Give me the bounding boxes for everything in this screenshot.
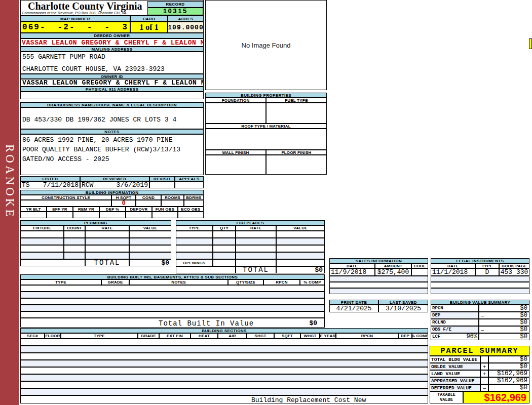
fun-obs-label: FUN OBS xyxy=(152,207,178,212)
owner-id-value[interactable]: VASSAR LEALON GREGORY & CHERYL F & LEALO… xyxy=(20,79,204,87)
building-sections-row[interactable] xyxy=(20,339,428,346)
bs-sqft-label: SQFT xyxy=(274,333,300,339)
wall-floor-header-row: WALL FINISH FLOOR FINISH xyxy=(205,150,327,155)
fireplaces-row[interactable] xyxy=(176,245,325,252)
parcel-total-bldg-value: $0 xyxy=(488,356,529,363)
plumbing-total-row: TOTAL $0 xyxy=(20,259,171,266)
yr-blt-value[interactable] xyxy=(20,212,47,218)
rooms-label: ROOMS xyxy=(161,195,184,200)
bs-air-label: AIR xyxy=(218,333,247,339)
parcel-row-deferred: DEFERRED VALUE – $0 xyxy=(430,384,529,391)
built-ins-row[interactable] xyxy=(20,305,325,311)
openings-label: OPENINGS xyxy=(176,259,213,266)
reviewed-value[interactable]: RCW 3/6/2019 xyxy=(80,181,149,188)
eco-obs-value[interactable] xyxy=(178,212,204,218)
review-header-row: LISTED REVIEWED REVISIT APPEALS xyxy=(20,176,204,181)
acres-value[interactable]: 109.0000 xyxy=(168,22,204,33)
building-sections-row[interactable] xyxy=(20,374,428,381)
bs-type-label: TYPE xyxy=(61,333,138,339)
parcel-row-total-bldg: TOTAL BLDG VALUE $0 xyxy=(430,356,529,363)
wall-finish-value[interactable] xyxy=(205,155,266,175)
sales-row[interactable] xyxy=(329,288,428,294)
building-sections-row[interactable] xyxy=(20,353,428,360)
building-sections-row[interactable] xyxy=(20,388,428,395)
bvs-rpcn-label: RPCN xyxy=(431,305,479,312)
bs-sec-label: SEC# xyxy=(20,333,45,339)
legal-row[interactable] xyxy=(431,282,529,288)
fixture-label: FIXTURE xyxy=(20,225,64,231)
parcel-land-label: LAND VALUE xyxy=(430,370,480,377)
legal-date-label: DATE xyxy=(431,263,475,268)
bi-notes-label: NOTES xyxy=(129,279,228,285)
fireplaces-row[interactable] xyxy=(176,252,325,259)
sales-row[interactable] xyxy=(329,276,428,282)
legal-date-value: 11/1/2018 xyxy=(431,268,475,276)
sales-row[interactable] xyxy=(329,282,428,288)
deeded-owner-value[interactable]: VASSAR LEALON GREGORY & CHERYL F & LEALO… xyxy=(20,38,204,47)
h-sqft-label: H SQFT xyxy=(111,195,136,200)
plumbing-row[interactable] xyxy=(20,245,171,252)
floor-finish-value[interactable] xyxy=(266,155,327,175)
depovr-value[interactable] xyxy=(126,212,152,218)
fireplaces-openings-row[interactable]: OPENINGS xyxy=(176,259,325,266)
fp-type-label: TYPE xyxy=(176,225,213,231)
fp-value-label: VALUE xyxy=(276,225,325,231)
roof-type-value[interactable] xyxy=(205,129,327,150)
revisit-value[interactable] xyxy=(149,181,175,188)
plumbing-row[interactable] xyxy=(20,231,171,238)
dba-box[interactable]: DB 453/330 DB 199/362 JONES CR LOTS 3 4 xyxy=(20,107,204,129)
built-ins-row[interactable] xyxy=(20,311,325,318)
dep-pct-value[interactable] xyxy=(99,212,126,218)
built-ins-row[interactable] xyxy=(20,285,325,292)
fireplaces-row[interactable] xyxy=(176,231,325,238)
style-value-row: 0 xyxy=(20,200,204,207)
built-ins-header-row: TYPE GRADE NOTES QTY/SIZE RPCN % COMP xyxy=(20,279,325,285)
listed-value[interactable]: TS 7/11/2018 xyxy=(20,181,80,188)
physical-911-value[interactable] xyxy=(20,92,204,99)
building-sections-row[interactable] xyxy=(20,360,428,367)
parcel-row-land: LAND VALUE + $162,969 xyxy=(430,370,529,377)
eff-yr-value[interactable] xyxy=(47,212,73,218)
bdrms-value[interactable] xyxy=(184,200,204,207)
owner-id-label: OWNER ID xyxy=(20,74,204,79)
bvs-rpcn-value: $0 xyxy=(520,305,527,312)
replacement-cost-label: Building Replacement Cost New xyxy=(251,396,366,404)
bvs-dep-op: – xyxy=(481,312,484,318)
bi-comp-label: % COMP xyxy=(300,279,325,285)
fun-obs-value[interactable] xyxy=(152,212,178,218)
foundation-label: FOUNDATION xyxy=(205,98,266,103)
map-card-acres-header-row: MAP NUMBER CARD ACRES xyxy=(20,16,204,22)
fuel-type-label: FUEL TYPE xyxy=(266,98,327,103)
building-sections-row[interactable] xyxy=(20,381,428,388)
fuel-type-value[interactable] xyxy=(266,103,327,124)
legal-row[interactable]: 11/1/2018 D 453 330 xyxy=(431,268,529,276)
notes-box[interactable]: 86 ACRES 1992 PINE, 20 ACRES 1970 PINE P… xyxy=(20,134,204,175)
cond-value[interactable] xyxy=(136,200,161,207)
yr-blt-label: YR BLT xyxy=(20,207,47,212)
bvs-row-rclnd: RCLND $0 xyxy=(431,319,529,326)
built-ins-total-value: $0 xyxy=(309,319,317,327)
legal-row[interactable] xyxy=(431,276,529,282)
plumbing-row[interactable] xyxy=(20,252,171,259)
h-sqft-value[interactable]: 0 xyxy=(111,200,136,207)
mailing-address-box[interactable]: 555 GARNETT PUMP ROAD CHARLOTTE COURT HO… xyxy=(20,52,204,74)
building-sections-row[interactable] xyxy=(20,367,428,374)
year-header-row: YR BLT EFF YR REM YR DEP % DEPOVR FUN OB… xyxy=(20,207,204,212)
rooms-value[interactable] xyxy=(161,200,184,207)
building-sections-row[interactable] xyxy=(20,346,428,353)
card-value[interactable]: 1 of 1 xyxy=(130,22,168,33)
map-number-value[interactable]: 069- -2- - - 3 xyxy=(20,22,130,33)
bi-rpcn-label: RPCN xyxy=(263,279,300,285)
appeals-value[interactable] xyxy=(175,181,204,188)
fireplaces-row[interactable] xyxy=(176,238,325,245)
foundation-value[interactable] xyxy=(205,103,266,124)
sales-row[interactable]: 11/9/2018 $275,400 xyxy=(329,268,428,276)
building-sections-label: BUILDING SECTIONS xyxy=(20,328,428,333)
built-ins-row[interactable] xyxy=(20,292,325,298)
plumbing-row[interactable] xyxy=(20,238,171,245)
construction-style-value[interactable] xyxy=(20,200,111,207)
parcel-land-value: $162,969 xyxy=(488,370,529,377)
rem-yr-value[interactable] xyxy=(73,212,99,218)
legal-row[interactable] xyxy=(431,288,529,294)
built-ins-row[interactable] xyxy=(20,298,325,305)
